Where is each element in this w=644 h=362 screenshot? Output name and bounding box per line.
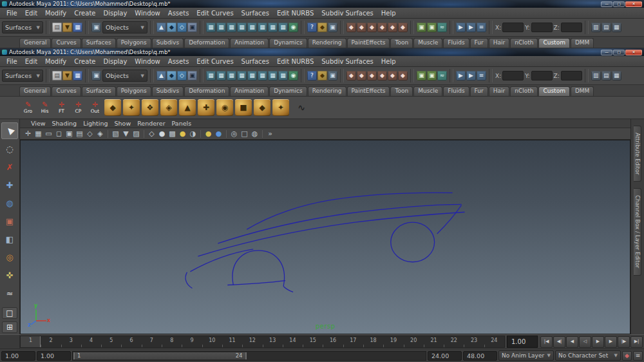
use-lights-icon[interactable]: ● <box>178 130 187 137</box>
group-divider[interactable] <box>340 69 344 82</box>
gold-shelf-item-6-icon[interactable]: ✚ <box>198 99 214 116</box>
shelf-tab-rendering[interactable]: Rendering <box>308 86 346 96</box>
coord-field-x[interactable] <box>502 23 524 32</box>
menu-edit-nurbs[interactable]: Edit NURBS <box>273 57 317 66</box>
lock-selection-icon[interactable]: ◆ <box>317 23 327 32</box>
mask-surfaces-icon[interactable]: ▦ <box>237 71 247 81</box>
mask-surfaces-icon[interactable]: ▦ <box>237 23 247 32</box>
shelf-tab-dmm[interactable]: DMM <box>571 38 594 48</box>
shelf-tab-deformation[interactable]: Deformation <box>184 86 229 96</box>
group-divider[interactable] <box>489 69 493 82</box>
current-time-field[interactable]: 1.00 <box>507 336 538 348</box>
image-plane-icon[interactable]: ▨ <box>132 130 140 137</box>
snap-plane-icon[interactable]: ◆ <box>377 71 387 81</box>
step-forward-key-button[interactable]: ▶ <box>605 336 617 348</box>
textured-icon[interactable]: ▩ <box>168 130 176 137</box>
panel-menu-show[interactable]: Show <box>111 120 135 127</box>
render-ipr-icon[interactable]: ▶ <box>466 23 476 32</box>
select-object-icon[interactable]: ◆ <box>167 71 176 81</box>
anim-layer-dropdown[interactable]: No Anim Layer▼ <box>498 350 554 361</box>
step-back-key-button[interactable]: ◀ <box>566 336 578 348</box>
menu-window[interactable]: Window <box>131 57 164 66</box>
gold-shelf-item-4-icon[interactable]: ◈ <box>160 99 177 116</box>
tab-channel-box-layer-editor[interactable]: Channel Box / Layer Editor <box>634 188 641 275</box>
track-selection-icon[interactable]: ▣ <box>328 23 337 32</box>
mask-deformations-icon[interactable]: ▦ <box>247 23 257 32</box>
shelf-tab-surfaces[interactable]: Surfaces <box>82 38 116 48</box>
group-divider[interactable] <box>200 69 204 82</box>
mask-dynamics-icon[interactable]: ▦ <box>258 23 267 32</box>
step-forward-frame-button[interactable]: |▶ <box>618 336 630 348</box>
render-settings-icon[interactable]: ≡ <box>477 71 486 81</box>
gold-shelf-item-3-icon[interactable]: ❖ <box>142 99 158 116</box>
coord-field-z[interactable] <box>561 23 582 32</box>
snap-plane-icon[interactable]: ◆ <box>377 23 387 32</box>
move-tool[interactable]: ✚ <box>1 176 18 193</box>
single-pane-layout-button[interactable]: □ <box>2 307 17 319</box>
select-asset-icon[interactable]: ▣ <box>187 71 197 81</box>
help-line-icon[interactable]: ? <box>307 23 317 32</box>
output-connections-icon[interactable]: ▣ <box>427 71 437 81</box>
shelf-tab-fur[interactable]: Fur <box>470 38 488 48</box>
track-selection-icon[interactable]: ▣ <box>328 71 337 81</box>
gold-shelf-item-8-icon[interactable]: ■ <box>235 99 252 116</box>
group-divider[interactable] <box>489 21 493 34</box>
gold-shelf-item-1-icon[interactable]: ◆ <box>104 99 121 116</box>
mask-rendering-icon[interactable]: ▦ <box>268 23 278 32</box>
tab-attribute-editor[interactable]: Attribute Editor <box>634 126 641 182</box>
curve-tool-icon[interactable]: ∿ <box>294 100 309 115</box>
animation-preferences-icon[interactable]: ≡ <box>633 351 643 361</box>
mask-curves-icon[interactable]: ▦ <box>227 71 236 81</box>
render-frame-icon[interactable]: ▶ <box>456 71 466 81</box>
shelf-tab-painteffects[interactable]: PaintEffects <box>347 86 390 96</box>
shelf-item-his[interactable]: ✎His <box>37 98 52 117</box>
wireframe-icon[interactable]: ◇ <box>147 130 156 137</box>
snap-curve-icon[interactable]: ◆ <box>357 23 366 32</box>
close-button[interactable]: ✕ <box>625 1 642 7</box>
menu-surfaces[interactable]: Surfaces <box>238 9 273 17</box>
menu-edit-curves[interactable]: Edit Curves <box>193 9 237 17</box>
shelf-tab-rendering[interactable]: Rendering <box>308 38 346 48</box>
show-channel-box-icon[interactable]: ▦ <box>612 71 621 81</box>
select-hierarchy-icon[interactable]: ▲ <box>156 23 166 32</box>
construction-history-icon[interactable]: ≈ <box>437 71 447 81</box>
all-lights-icon[interactable]: ● <box>214 130 223 137</box>
menu-modify[interactable]: Modify <box>41 9 70 17</box>
shelf-tab-toon[interactable]: Toon <box>390 86 413 96</box>
menu-file[interactable]: File <box>3 9 21 17</box>
menu-help[interactable]: Help <box>377 57 400 66</box>
menu-edit-nurbs[interactable]: Edit NURBS <box>273 9 317 17</box>
shelf-tab-fur[interactable]: Fur <box>470 86 488 96</box>
field-chart-icon[interactable]: ▤ <box>75 130 84 137</box>
show-attribute-editor-icon[interactable]: ▥ <box>591 71 601 81</box>
render-settings-icon[interactable]: ≡ <box>477 23 486 32</box>
snap-point-icon[interactable]: ◆ <box>367 71 377 81</box>
group-divider[interactable] <box>585 69 589 82</box>
save-scene-icon[interactable]: ▦ <box>73 71 82 81</box>
playback-end-field[interactable]: 24.00 <box>428 351 462 361</box>
select-highlight-icon[interactable]: ✛ <box>24 130 32 137</box>
menu-surfaces[interactable]: Surfaces <box>238 57 273 66</box>
shelf-item-ft[interactable]: ✛FT <box>54 98 69 117</box>
show-attribute-editor-icon[interactable]: ▥ <box>591 23 601 32</box>
coord-field-z[interactable] <box>561 71 582 81</box>
shelf-tab-polygons[interactable]: Polygons <box>117 38 151 48</box>
show-manipulator-tool[interactable]: ✜ <box>1 267 18 283</box>
selection-mask-dropdown[interactable]: Objects▼ <box>102 21 147 33</box>
output-connections-icon[interactable]: ▣ <box>427 23 437 32</box>
last-tool-curve[interactable]: ≈ <box>1 285 18 301</box>
shelf-tab-curves[interactable]: Curves <box>52 38 80 48</box>
shelf-tab-general[interactable]: General <box>19 86 51 96</box>
smooth-shade-icon[interactable]: ● <box>158 130 166 137</box>
show-tool-settings-icon[interactable]: ▤ <box>601 71 611 81</box>
film-gate-icon[interactable]: ▭ <box>44 130 53 137</box>
gold-shelf-item-10-icon[interactable]: ✦ <box>272 99 289 116</box>
snap-curve-icon[interactable]: ◆ <box>357 71 366 81</box>
safe-action-icon[interactable]: ◇ <box>86 130 94 137</box>
selection-mask-dropdown[interactable]: Objects▼ <box>102 70 147 82</box>
default-light-icon[interactable]: ● <box>204 130 213 137</box>
mask-misc-icon[interactable]: ▦ <box>278 71 288 81</box>
menu-modify[interactable]: Modify <box>41 57 70 66</box>
group-divider[interactable] <box>450 69 453 82</box>
mask-misc-icon[interactable]: ▦ <box>278 23 288 32</box>
